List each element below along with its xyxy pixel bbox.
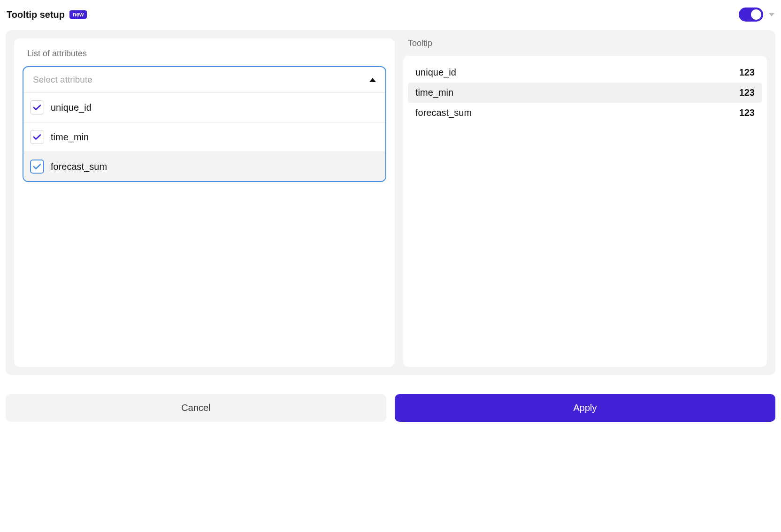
header-right xyxy=(739,8,774,22)
attribute-option[interactable]: unique_id xyxy=(23,92,385,122)
checkbox[interactable] xyxy=(30,130,44,144)
footer-actions: Cancel Apply xyxy=(6,394,775,422)
tooltip-value: 123 xyxy=(739,87,755,98)
select-placeholder: Select attribute xyxy=(33,75,92,85)
tooltip-key: unique_id xyxy=(415,67,456,78)
triangle-up-icon xyxy=(369,78,376,82)
checkbox[interactable] xyxy=(30,160,44,174)
checkbox[interactable] xyxy=(30,100,44,114)
tooltip-key: forecast_sum xyxy=(415,107,472,118)
tooltip-key: time_min xyxy=(415,87,453,98)
enable-toggle[interactable] xyxy=(739,8,763,22)
check-icon xyxy=(33,105,41,110)
page-title: Tooltip setup xyxy=(7,9,65,20)
check-icon xyxy=(33,164,41,169)
attribute-option[interactable]: forecast_sum xyxy=(23,152,385,181)
header-left: Tooltip setup new xyxy=(7,9,87,20)
cancel-button[interactable]: Cancel xyxy=(6,394,386,422)
apply-button[interactable]: Apply xyxy=(395,394,775,422)
attribute-select-head[interactable]: Select attribute xyxy=(23,67,385,92)
toggle-knob xyxy=(751,9,761,20)
body-panel: List of attributes Select attribute uniq… xyxy=(6,30,775,375)
attribute-select: Select attribute unique_id xyxy=(23,66,386,182)
tooltip-value: 123 xyxy=(739,67,755,78)
new-badge: new xyxy=(69,10,87,19)
attribute-option-label: unique_id xyxy=(51,102,92,113)
header-bar: Tooltip setup new xyxy=(6,5,775,30)
chevron-down-icon[interactable] xyxy=(769,13,774,16)
attribute-option[interactable]: time_min xyxy=(23,122,385,152)
tooltip-preview-card: unique_id 123 time_min 123 forecast_sum … xyxy=(403,56,767,367)
attributes-card: List of attributes Select attribute uniq… xyxy=(14,38,395,367)
tooltip-label: Tooltip xyxy=(403,38,767,48)
check-icon xyxy=(33,134,41,140)
tooltip-column: Tooltip unique_id 123 time_min 123 forec… xyxy=(403,38,767,367)
attribute-option-label: time_min xyxy=(51,132,89,143)
attributes-label: List of attributes xyxy=(23,49,386,59)
tooltip-value: 123 xyxy=(739,107,755,118)
attribute-option-label: forecast_sum xyxy=(51,161,107,172)
tooltip-row[interactable]: unique_id 123 xyxy=(408,62,762,83)
tooltip-row[interactable]: time_min 123 xyxy=(408,83,762,103)
tooltip-row[interactable]: forecast_sum 123 xyxy=(408,103,762,123)
